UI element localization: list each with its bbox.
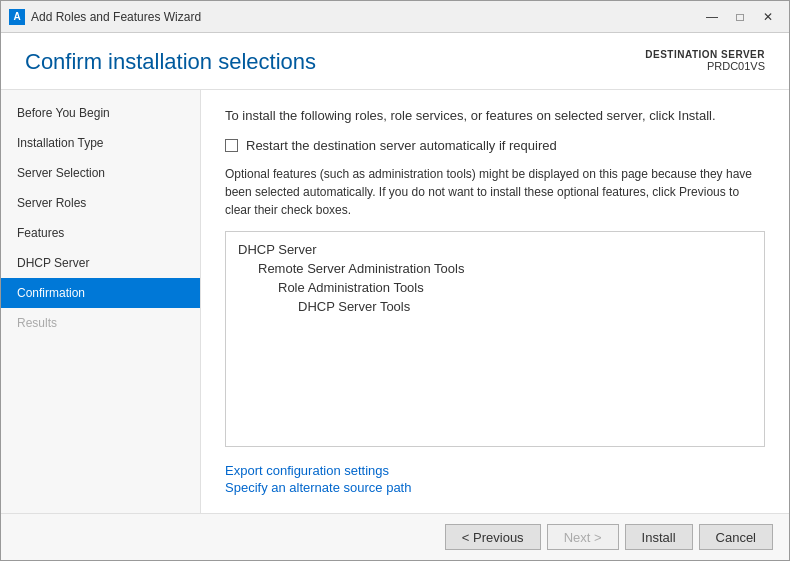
install-instruction: To install the following roles, role ser… — [225, 106, 765, 126]
previous-button[interactable]: < Previous — [445, 524, 541, 550]
next-button[interactable]: Next > — [547, 524, 619, 550]
restart-checkbox-row[interactable]: Restart the destination server automatic… — [225, 138, 765, 153]
server-name: PRDC01VS — [645, 60, 765, 72]
close-button[interactable]: ✕ — [755, 7, 781, 27]
window-title: Add Roles and Features Wizard — [31, 10, 699, 24]
app-icon: A — [9, 9, 25, 25]
links-section: Export configuration settings Specify an… — [225, 463, 765, 497]
sidebar-item-confirmation[interactable]: Confirmation — [1, 278, 200, 308]
export-config-link[interactable]: Export configuration settings — [225, 463, 765, 478]
restart-checkbox[interactable] — [225, 139, 238, 152]
wizard-header: Confirm installation selections DESTINAT… — [1, 33, 789, 90]
sidebar-item-server-roles[interactable]: Server Roles — [1, 188, 200, 218]
install-button[interactable]: Install — [625, 524, 693, 550]
feature-role-admin-tools: Role Administration Tools — [238, 278, 752, 297]
feature-dhcp-server-tools: DHCP Server Tools — [238, 297, 752, 316]
sidebar-item-installation-type[interactable]: Installation Type — [1, 128, 200, 158]
wizard-window: A Add Roles and Features Wizard — □ ✕ Co… — [0, 0, 790, 561]
minimize-button[interactable]: — — [699, 7, 725, 27]
optional-description: Optional features (such as administratio… — [225, 165, 765, 219]
main-content: To install the following roles, role ser… — [201, 90, 789, 513]
sidebar-item-features[interactable]: Features — [1, 218, 200, 248]
page-title: Confirm installation selections — [25, 49, 316, 75]
sidebar: Before You Begin Installation Type Serve… — [1, 90, 201, 513]
alternate-source-link[interactable]: Specify an alternate source path — [225, 480, 765, 495]
sidebar-item-results: Results — [1, 308, 200, 338]
wizard-footer: < Previous Next > Install Cancel — [1, 513, 789, 560]
window-controls: — □ ✕ — [699, 7, 781, 27]
server-label: DESTINATION SERVER — [645, 49, 765, 60]
title-bar: A Add Roles and Features Wizard — □ ✕ — [1, 1, 789, 33]
features-list-box: DHCP Server Remote Server Administration… — [225, 231, 765, 448]
server-info: DESTINATION SERVER PRDC01VS — [645, 49, 765, 72]
sidebar-item-server-selection[interactable]: Server Selection — [1, 158, 200, 188]
feature-dhcp-server: DHCP Server — [238, 240, 752, 259]
sidebar-item-dhcp-server[interactable]: DHCP Server — [1, 248, 200, 278]
cancel-button[interactable]: Cancel — [699, 524, 773, 550]
feature-remote-admin-tools: Remote Server Administration Tools — [238, 259, 752, 278]
sidebar-item-before-you-begin[interactable]: Before You Begin — [1, 98, 200, 128]
maximize-button[interactable]: □ — [727, 7, 753, 27]
wizard-content: Before You Begin Installation Type Serve… — [1, 90, 789, 513]
restart-checkbox-label: Restart the destination server automatic… — [246, 138, 557, 153]
